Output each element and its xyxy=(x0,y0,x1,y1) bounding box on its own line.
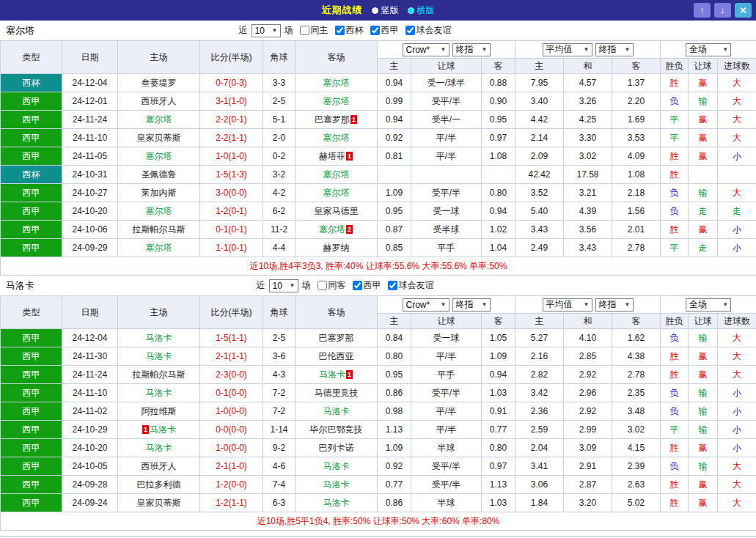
close-button[interactable]: × xyxy=(735,3,752,18)
away-team-cell: 塞尔塔 xyxy=(296,92,378,111)
filter-checkbox-same-away[interactable]: 同客 xyxy=(318,279,346,292)
avg-dropdown-cell: 平均值▼终指▼ xyxy=(515,41,661,59)
handicap-cell: 受平/半 xyxy=(411,184,482,202)
subcolumn-header-odds_home: 主 xyxy=(378,314,411,329)
away-team-cell: 马德里竞技 xyxy=(296,384,378,402)
match-row: 西甲24-10-06拉斯帕尔马斯0-1(0-1)11-2塞尔塔20.87受半球1… xyxy=(1,221,756,239)
scope-dropdown[interactable]: 全场▼ xyxy=(686,43,731,56)
checkbox-input-club-friendly[interactable] xyxy=(405,26,415,35)
checkbox-input-copa-del-rey[interactable] xyxy=(335,26,345,35)
team-name: 阿拉维斯 xyxy=(142,406,177,416)
subcolumn-header-result: 胜负 xyxy=(661,314,689,329)
date-cell: 24-10-31 xyxy=(62,166,118,184)
home-team-cell: 塞尔塔 xyxy=(118,147,200,166)
scope-dropdown[interactable]: 全场▼ xyxy=(686,298,731,312)
avg-home-odds-cell: 2.36 xyxy=(515,402,564,421)
filter-checkbox-club-friendly[interactable]: 球会友谊 xyxy=(405,24,452,37)
red-card-badge: 1 xyxy=(142,425,149,434)
competition-cell: 西甲 xyxy=(1,202,62,221)
games-label: 场 xyxy=(302,279,311,292)
summary-text: 近10场,胜5平1负4, 胜率:50% 让球率:50% 大率:60% 单率:80… xyxy=(1,512,756,531)
corner-cell: 9-2 xyxy=(263,439,296,457)
match-row: 西杯24-10-31圣佩德鲁1-5(1-3)3-2塞尔塔42.4217.581.… xyxy=(1,166,756,184)
away-team-cell: 马洛卡 xyxy=(296,494,378,512)
checkbox-input-same-home[interactable] xyxy=(300,26,309,35)
score-cell: 1-0(1-0) xyxy=(200,147,263,166)
home-team-cell: 拉斯帕尔马斯 xyxy=(118,366,200,384)
handicap-cell: 受平/半 xyxy=(411,457,482,476)
checkbox-input-club-friendly[interactable] xyxy=(388,281,397,290)
avg-away-odds-cell: 4.15 xyxy=(612,439,661,457)
subcolumn-header-avg_away: 客 xyxy=(612,59,661,74)
layout-horizontal-radio[interactable]: 横版 xyxy=(408,4,435,17)
dropdown-value: 平均值 xyxy=(546,298,573,311)
handicap-result-cell: 走 xyxy=(689,239,718,257)
result-cell: 平 xyxy=(661,239,689,257)
checkbox-input-same-away[interactable] xyxy=(318,281,327,290)
competition-cell: 西甲 xyxy=(1,347,62,366)
chevron-down-icon: ▼ xyxy=(722,46,728,53)
filter-row: 马洛卡近10▼场同客西甲球会友谊 xyxy=(0,276,756,295)
team-name: 拉斯帕尔马斯 xyxy=(133,224,186,235)
home-team-cell: 马洛卡 xyxy=(118,347,200,366)
layout-vertical-radio[interactable]: 竖版 xyxy=(372,4,399,17)
avg-away-odds-cell: 2.35 xyxy=(612,384,661,402)
result-cell: 平 xyxy=(661,111,689,129)
avg-away-odds-cell: 1.37 xyxy=(612,74,661,92)
avg-away-odds-cell: 5.02 xyxy=(612,494,661,512)
home-odds-cell: 0.94 xyxy=(378,111,411,129)
competition-cell: 西甲 xyxy=(1,92,62,111)
match-count-dropdown[interactable]: 10▼ xyxy=(269,279,298,292)
team-name: 西班牙人 xyxy=(142,461,177,471)
score-cell: 0-0(0-0) xyxy=(200,421,263,439)
dropdown-value: 终指 xyxy=(599,298,617,311)
avg-stage-dropdown[interactable]: 终指▼ xyxy=(595,298,634,312)
avg-draw-odds-cell: 3.09 xyxy=(564,439,612,457)
avg-away-odds-cell: 2.78 xyxy=(612,239,661,257)
score-cell: 2-2(0-1) xyxy=(200,111,263,129)
dropdown-value: Crow* xyxy=(406,300,430,310)
odds-company-dropdown[interactable]: Crow*▼ xyxy=(403,298,449,312)
filter-checkbox-same-home[interactable]: 同主 xyxy=(300,24,329,37)
away-team-cell: 塞尔塔 xyxy=(296,166,378,184)
goals-result-cell: 小 xyxy=(718,421,756,439)
avg-draw-odds-cell: 4.25 xyxy=(564,111,612,129)
arrow-up-icon: ↑ xyxy=(700,4,705,15)
match-count-dropdown[interactable]: 10▼ xyxy=(252,24,281,37)
column-header-away: 客场 xyxy=(296,41,378,74)
away-odds-cell: 0.77 xyxy=(482,421,515,439)
checkbox-input-la-liga[interactable] xyxy=(353,281,362,290)
date-cell: 24-09-24 xyxy=(62,494,118,512)
avg-home-odds-cell: 2.16 xyxy=(515,347,564,366)
avg-type-dropdown[interactable]: 平均值▼ xyxy=(543,43,592,56)
move-up-button[interactable]: ↑ xyxy=(694,3,711,18)
filter-checkbox-copa-del-rey[interactable]: 西杯 xyxy=(335,24,364,37)
team-name: 塞尔塔 xyxy=(323,169,350,180)
match-row: 西甲24-12-01西班牙人3-1(1-0)2-5塞尔塔0.99受平/半0.90… xyxy=(1,92,756,111)
away-team-cell: 马洛卡 xyxy=(296,402,378,421)
away-team-cell: 塞尔塔 xyxy=(296,184,378,202)
handicap-cell: 平手 xyxy=(411,366,482,384)
move-down-button[interactable]: ↓ xyxy=(714,3,731,18)
red-card-badge: 1 xyxy=(346,152,353,161)
avg-away-odds-cell: 3.02 xyxy=(612,421,661,439)
goals-result-cell: 大 xyxy=(718,494,756,512)
summary-row: 近10场,胜4平3负3, 胜率:40% 让球率:55.6% 大率:55.6% 单… xyxy=(1,257,756,276)
avg-stage-dropdown[interactable]: 终指▼ xyxy=(595,43,634,56)
odds-stage-dropdown[interactable]: 终指▼ xyxy=(452,43,491,56)
results-table: 类型日期主场比分(半场)角球客场Crow*▼终指▼平均值▼终指▼全场▼主让球客主… xyxy=(0,295,756,531)
away-team-cell: 毕尔巴鄂竞技 xyxy=(296,421,378,439)
filter-checkbox-club-friendly[interactable]: 球会友谊 xyxy=(388,279,434,292)
avg-type-dropdown[interactable]: 平均值▼ xyxy=(543,298,592,312)
filter-checkbox-la-liga[interactable]: 西甲 xyxy=(370,24,399,37)
checkbox-input-la-liga[interactable] xyxy=(370,26,380,35)
competition-cell: 西甲 xyxy=(1,457,62,476)
odds-company-dropdown[interactable]: Crow*▼ xyxy=(403,43,449,56)
odds-stage-dropdown[interactable]: 终指▼ xyxy=(452,298,491,312)
filter-checkbox-la-liga[interactable]: 西甲 xyxy=(353,279,381,292)
dropdown-value: 10 xyxy=(255,26,265,36)
team-name: 皇家贝蒂斯 xyxy=(137,133,181,143)
score-cell: 1-2(0-1) xyxy=(200,202,263,221)
team-name: 塞尔塔 xyxy=(323,78,350,88)
date-cell: 24-11-24 xyxy=(62,366,118,384)
